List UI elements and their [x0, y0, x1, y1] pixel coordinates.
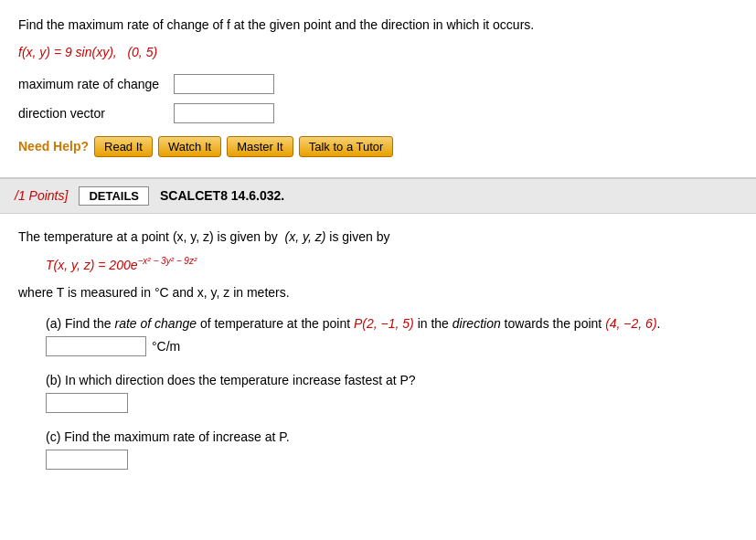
details-reference: SCALCET8 14.6.032.: [160, 188, 284, 203]
details-header: /1 Points] DETAILS SCALCET8 14.6.032.: [0, 178, 756, 214]
where-text: where T is measured in °C and x, y, z in…: [18, 282, 738, 302]
max-rate-row: maximum rate of change: [18, 74, 738, 94]
part-b: (b) In which direction does the temperat…: [46, 373, 738, 413]
temp-function: T(x, y, z) = 200e−x² − 3y² − 9z²: [46, 258, 197, 272]
need-help-label: Need Help?: [18, 139, 89, 154]
temp-function-line: T(x, y, z) = 200e−x² − 3y² − 9z²: [46, 254, 738, 275]
part-b-input-block: [46, 393, 738, 413]
intro-text: The temperature at a point (x, y, z) is …: [18, 227, 738, 247]
direction-row: direction vector: [18, 103, 738, 123]
function-expr: f(x, y) = 9 sin(xy),: [18, 45, 121, 59]
master-it-button[interactable]: Master It: [227, 136, 293, 157]
direction-input[interactable]: [174, 103, 274, 123]
part-b-input[interactable]: [46, 393, 128, 413]
bottom-section: The temperature at a point (x, y, z) is …: [0, 214, 756, 488]
direction-label: direction vector: [18, 106, 165, 121]
part-b-label: (b) In which direction does the temperat…: [46, 373, 738, 387]
top-section: Find the maximum rate of change of f at …: [0, 0, 756, 172]
temp-exponent: −x² − 3y² − 9z²: [138, 256, 197, 266]
function-line: f(x, y) = 9 sin(xy), (0, 5): [18, 42, 738, 62]
xyz-note: (x, y, z): [285, 229, 326, 244]
points-prefix: /1 Points]: [15, 188, 68, 203]
part-c-input[interactable]: [46, 450, 128, 470]
part-c-label: (c) Find the maximum rate of increase at…: [46, 429, 738, 444]
intro-label: The temperature at a point (x, y, z) is …: [18, 229, 278, 244]
part-a-input[interactable]: [46, 336, 146, 356]
max-rate-input[interactable]: [174, 74, 274, 94]
need-help-row: Need Help? Read It Watch It Master It Ta…: [18, 136, 738, 157]
talk-to-tutor-button[interactable]: Talk to a Tutor: [299, 136, 394, 157]
part-a-towards: (4, −2, 6): [605, 316, 656, 331]
part-c-input-block: [46, 450, 738, 470]
part-a-label: (a) Find the rate of change of temperatu…: [46, 316, 738, 331]
part-a: (a) Find the rate of change of temperatu…: [46, 316, 738, 356]
function-label: f(x, y) = 9 sin(xy),: [18, 45, 117, 59]
instruction-text: Find the maximum rate of change of f at …: [18, 15, 738, 35]
part-a-unit: °C/m: [152, 339, 180, 354]
read-it-button[interactable]: Read It: [94, 136, 153, 157]
point-label: (0, 5): [127, 45, 157, 59]
max-rate-label: maximum rate of change: [18, 77, 165, 91]
part-c: (c) Find the maximum rate of increase at…: [46, 429, 738, 470]
watch-it-button[interactable]: Watch It: [158, 136, 221, 157]
part-a-point: P(2, −1, 5): [354, 316, 414, 331]
details-badge: DETAILS: [79, 186, 149, 206]
part-a-input-block: °C/m: [46, 336, 738, 356]
